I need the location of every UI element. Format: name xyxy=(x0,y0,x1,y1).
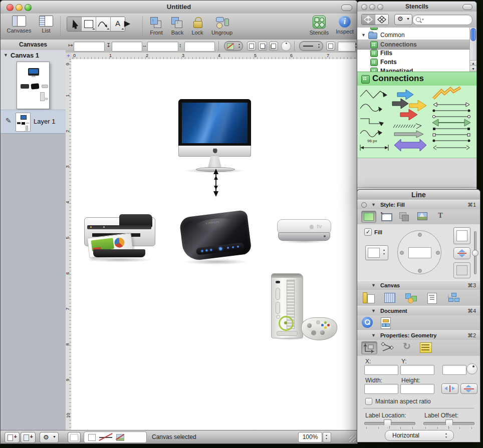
horizontal-ruler[interactable]: 0 1 2 3 4 5 6 7 xyxy=(71,53,357,60)
new-canvas-button[interactable]: + xyxy=(5,432,20,443)
fill-style-button[interactable]: ▲ ▼ xyxy=(224,41,243,51)
width-field[interactable] xyxy=(364,384,398,394)
stroke-style-tab[interactable]: ↖ xyxy=(379,211,393,222)
rotation-field[interactable] xyxy=(442,365,466,375)
slider-thumb[interactable] xyxy=(384,419,391,428)
tree-scrollbar[interactable]: ▲ ▼ xyxy=(469,28,476,72)
swap-gradient-colors-button[interactable] xyxy=(453,247,470,259)
document-magnify-tab[interactable] xyxy=(361,316,374,329)
slider-thumb[interactable] xyxy=(472,250,478,256)
fill-swatch[interactable] xyxy=(88,434,96,441)
width-field[interactable] xyxy=(147,42,178,52)
tree-folder-common[interactable]: ▼ Common xyxy=(357,31,470,40)
ungroup-button[interactable]: Ungroup xyxy=(208,16,236,36)
document-data-tab[interactable] xyxy=(379,316,392,329)
image-style-tab[interactable] xyxy=(415,211,429,222)
gradient-center-swatch[interactable] xyxy=(408,247,431,258)
inspect-toolbar-button[interactable]: i Inspect xyxy=(334,16,355,35)
label-location-slider[interactable] xyxy=(364,422,415,425)
geometry-tab[interactable] xyxy=(361,341,377,354)
magnet-edges-button[interactable] xyxy=(375,15,388,25)
label-offset-slider[interactable] xyxy=(423,422,474,425)
connections-tab[interactable] xyxy=(380,341,395,353)
pencil-icon[interactable]: ✎ xyxy=(6,117,12,125)
y-field[interactable] xyxy=(400,365,434,375)
fill-opacity-slider[interactable] xyxy=(474,231,476,274)
grid-tab[interactable] xyxy=(382,291,397,303)
zoom-stepper[interactable]: ▲ ▼ xyxy=(323,432,331,442)
fill-checkbox[interactable]: ✓ xyxy=(364,228,372,236)
diagram-layout-tab[interactable]: ↓ xyxy=(445,291,460,303)
front-button[interactable]: ↑ Front xyxy=(147,16,166,36)
canvas-list-item[interactable]: ▼ Canvas 1 xyxy=(1,52,66,61)
rotation-tab[interactable]: ↻ xyxy=(399,341,414,353)
maintain-aspect-checkbox[interactable] xyxy=(365,398,372,405)
connector-double-arrow[interactable] xyxy=(212,169,220,197)
stencil-search-field[interactable]: ▼ xyxy=(412,15,472,25)
disclosure-triangle-icon[interactable]: ▼ xyxy=(371,283,376,288)
layer-list-item[interactable]: ✎ Layer 1 xyxy=(1,110,66,134)
stencils-titlebar[interactable]: Stencils xyxy=(357,2,476,12)
tree-item-connections[interactable]: Connections xyxy=(357,40,470,50)
collapse-lozenge[interactable] xyxy=(462,4,472,10)
lock-button[interactable]: Lock xyxy=(188,16,206,36)
drawing-canvas[interactable]: Linksys tv xyxy=(71,59,357,430)
fill-bottom-color-button[interactable] xyxy=(453,262,470,278)
list-toolbar-button[interactable]: List xyxy=(37,16,56,34)
inspector-titlebar[interactable]: Line xyxy=(357,190,480,200)
printer-shape[interactable] xyxy=(83,213,156,263)
magnet-center-button[interactable] xyxy=(362,15,375,25)
note-tab[interactable] xyxy=(418,341,433,353)
fill-color-well[interactable]: ▲ ▼ xyxy=(365,245,388,260)
canvas-section-header[interactable]: ▼ Canvas ⌘3 xyxy=(357,280,480,290)
text-style-tab[interactable]: T xyxy=(433,211,447,222)
tree-item-fills[interactable]: Fills xyxy=(357,49,470,58)
scrollbar-thumb[interactable] xyxy=(470,28,476,41)
stroke-style-button[interactable]: ▲ ▼ xyxy=(299,41,323,51)
outline-tab[interactable] xyxy=(424,291,439,303)
slider-thumb[interactable] xyxy=(445,419,453,428)
selection-tool-button[interactable] xyxy=(67,17,82,31)
main-titlebar[interactable]: Untitled xyxy=(1,1,357,14)
canvases-toolbar-button[interactable]: Canvases xyxy=(5,16,34,34)
height-field[interactable] xyxy=(184,42,215,52)
shadow-style-tab[interactable] xyxy=(397,211,411,222)
style-section-header[interactable]: ▼ Style: Fill ⌘1 xyxy=(357,200,480,210)
appletv-shape[interactable]: tv xyxy=(277,219,331,244)
shadow-option-3-button[interactable] xyxy=(269,42,278,51)
router-shape[interactable]: Linksys xyxy=(178,211,254,266)
canvas-size-tab[interactable] xyxy=(361,291,376,303)
stencil-preview[interactable]: 96 px xyxy=(357,86,476,158)
canvas-thumbnail[interactable] xyxy=(17,62,50,109)
connection-stencil-shapes[interactable] xyxy=(357,86,474,157)
sidebar-action-menu-button[interactable]: ⚙ ▼ xyxy=(40,432,59,443)
xbox-shape[interactable] xyxy=(271,273,339,343)
flip-horizontal-button[interactable] xyxy=(441,383,458,394)
flip-vertical-button[interactable] xyxy=(460,383,477,394)
window-resize-grip[interactable] xyxy=(349,435,356,442)
shadow-option-1-button[interactable] xyxy=(247,42,256,51)
new-layer-button[interactable]: + xyxy=(21,432,36,443)
inspector-pin-icon[interactable] xyxy=(361,202,367,208)
stroke-width-field[interactable] xyxy=(338,42,356,52)
scroll-down-button[interactable]: ▼ xyxy=(470,66,476,72)
line-tool-button[interactable] xyxy=(96,17,111,31)
document-section-header[interactable]: ▼ Document ⌘4 xyxy=(357,306,480,316)
geometry-section-header[interactable]: ▼ Properties: Geometry ⌘2 xyxy=(357,330,480,340)
x-field[interactable] xyxy=(364,365,398,375)
rotation-dial[interactable] xyxy=(281,41,291,51)
shape-tool-button[interactable] xyxy=(82,17,96,31)
back-button[interactable]: ↓ Back xyxy=(168,16,187,36)
shadow-option-2-button[interactable] xyxy=(258,42,267,51)
canvas-fill-swatch-button[interactable] xyxy=(68,432,81,443)
disclosure-triangle-icon[interactable]: ▼ xyxy=(4,53,8,58)
disclosure-triangle-icon[interactable]: ▼ xyxy=(361,33,366,38)
disclosure-triangle-icon[interactable]: ▼ xyxy=(371,333,376,338)
stencil-action-menu-button[interactable]: ⚙ ▼ xyxy=(394,14,412,25)
corner-style-button[interactable] xyxy=(326,42,335,51)
disclosure-triangle-icon[interactable]: ▼ xyxy=(371,202,376,207)
tree-item-fonts[interactable]: Fonts xyxy=(357,58,470,67)
height-field[interactable] xyxy=(400,384,434,394)
fill-top-color-button[interactable] xyxy=(453,227,470,244)
stencils-toolbar-button[interactable]: Stencils xyxy=(307,16,331,36)
